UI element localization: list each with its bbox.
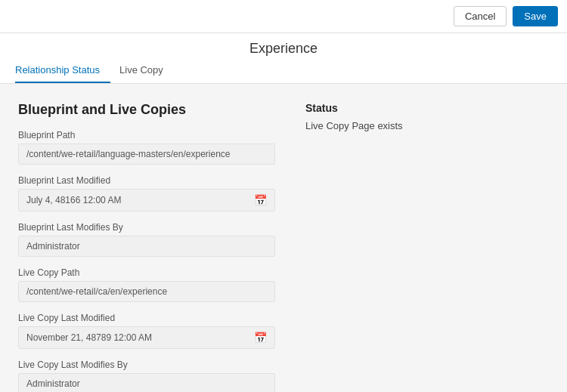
cancel-button[interactable]: Cancel [454,6,507,26]
live-copy-path-value: /content/we-retail/ca/en/experience [18,281,275,302]
left-panel: Blueprint and Live Copies Blueprint Path… [18,102,275,392]
field-live-copy-last-modifies-by: Live Copy Last Modifies By Administrator [18,360,275,392]
live-copy-last-modified-value: November 21, 48789 12:00 AM 📅 [18,326,275,349]
field-blueprint-last-modifies-by: Blueprint Last Modifies By Administrator [18,222,275,257]
content-area: Blueprint and Live Copies Blueprint Path… [0,84,567,392]
live-copy-last-modified-label: Live Copy Last Modified [18,313,275,323]
tab-relationship-status[interactable]: Relationship Status [15,57,110,83]
status-title: Status [305,102,549,114]
live-copy-path-label: Live Copy Path [18,267,275,278]
right-panel: Status Live Copy Page exists [305,102,549,392]
calendar-icon-2: 📅 [254,332,267,344]
top-bar: Cancel Save [0,0,567,33]
blueprint-last-modified-value: July 4, 48166 12:00 AM 📅 [18,189,275,211]
field-blueprint-path: Blueprint Path /content/we-retail/langua… [18,130,275,165]
calendar-icon-1: 📅 [254,194,267,206]
blueprint-last-modifies-by-label: Blueprint Last Modifies By [18,222,275,233]
save-button[interactable]: Save [513,6,558,26]
tabs-bar: Relationship Status Live Copy [0,57,567,84]
blueprint-last-modifies-by-value: Administrator [18,236,275,257]
live-copy-last-modifies-by-value: Administrator [18,373,275,392]
blueprint-last-modified-text: July 4, 48166 12:00 AM [26,195,254,205]
left-section-title: Blueprint and Live Copies [18,102,275,118]
blueprint-path-label: Blueprint Path [18,130,275,140]
blueprint-last-modified-label: Blueprint Last Modified [18,175,275,186]
live-copy-last-modifies-by-label: Live Copy Last Modifies By [18,360,275,370]
tab-live-copy[interactable]: Live Copy [119,57,174,83]
live-copy-last-modified-text: November 21, 48789 12:00 AM [26,332,254,343]
field-live-copy-last-modified: Live Copy Last Modified November 21, 487… [18,313,275,349]
page-title: Experience [0,33,567,57]
field-live-copy-path: Live Copy Path /content/we-retail/ca/en/… [18,267,275,302]
status-text: Live Copy Page exists [305,120,549,131]
field-blueprint-last-modified: Blueprint Last Modified July 4, 48166 12… [18,175,275,211]
blueprint-path-value: /content/we-retail/language-masters/en/e… [18,144,275,165]
